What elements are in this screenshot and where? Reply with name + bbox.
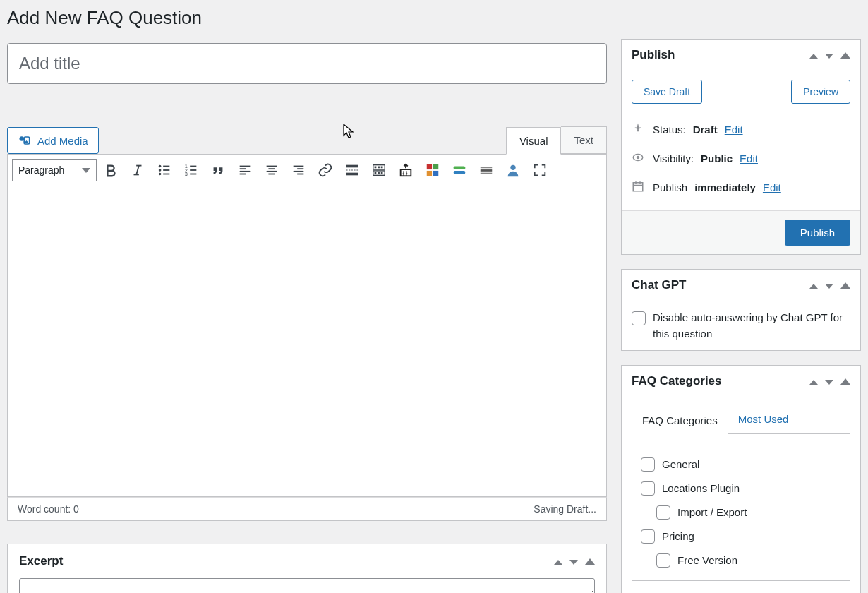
tab-most-used[interactable]: Most Used	[728, 406, 799, 433]
save-status: Saving Draft...	[534, 503, 596, 515]
edit-visibility-link[interactable]: Edit	[740, 152, 758, 164]
svg-text:{ }: { }	[402, 169, 407, 176]
category-label: Locations Plugin	[662, 482, 740, 494]
tab-all-categories[interactable]: FAQ Categories	[632, 407, 728, 434]
ul-button[interactable]	[152, 159, 177, 181]
status-label: Status:	[653, 124, 686, 136]
category-label: Import / Export	[677, 506, 747, 518]
svg-rect-54	[633, 183, 643, 191]
svg-rect-1	[24, 137, 29, 144]
category-label: Pricing	[662, 530, 694, 542]
page-heading: Add New FAQ Question	[7, 7, 607, 29]
category-item: Free Version	[641, 548, 841, 572]
svg-rect-45	[433, 171, 438, 176]
svg-rect-43	[433, 164, 438, 169]
categories-panel-title: FAQ Categories	[632, 374, 722, 388]
move-up-icon[interactable]	[809, 376, 818, 387]
svg-point-53	[637, 156, 640, 160]
word-count: Word count: 0	[18, 503, 79, 515]
svg-rect-35	[381, 167, 383, 169]
svg-text:3: 3	[185, 171, 188, 177]
category-checkbox[interactable]	[641, 457, 655, 472]
category-item: Locations Plugin	[641, 476, 841, 500]
svg-rect-31	[346, 173, 358, 176]
svg-point-51	[510, 165, 515, 170]
edit-schedule-link[interactable]: Edit	[763, 181, 781, 193]
save-draft-button[interactable]: Save Draft	[632, 80, 702, 104]
move-down-icon[interactable]	[825, 49, 833, 61]
category-checkbox[interactable]	[656, 553, 670, 568]
link-button[interactable]	[313, 159, 338, 181]
category-checkbox[interactable]	[656, 505, 670, 520]
category-label: Free Version	[677, 554, 737, 566]
ol-button[interactable]: 123	[179, 159, 204, 181]
columns-button[interactable]	[447, 159, 472, 181]
move-down-icon[interactable]	[569, 556, 578, 567]
move-up-icon[interactable]	[809, 49, 818, 61]
move-down-icon[interactable]	[825, 280, 833, 291]
disable-chatgpt-label: Disable auto-answering by Chat GPT for t…	[653, 310, 850, 342]
publish-panel-title: Publish	[632, 48, 675, 62]
align-center-button[interactable]	[259, 159, 284, 181]
italic-button[interactable]	[125, 159, 150, 181]
svg-point-7	[159, 173, 162, 176]
category-item: General	[641, 452, 841, 476]
svg-point-5	[159, 165, 162, 168]
code-block-button[interactable]: { }	[393, 159, 418, 181]
toggle-panel-icon[interactable]	[585, 556, 595, 567]
bold-button[interactable]	[98, 159, 123, 181]
move-up-icon[interactable]	[554, 556, 562, 567]
svg-rect-34	[378, 167, 380, 169]
excerpt-textarea[interactable]	[19, 578, 595, 593]
media-icon	[18, 133, 32, 148]
shortcodes-button[interactable]	[420, 159, 445, 181]
chatgpt-panel-title: Chat GPT	[632, 278, 686, 292]
disable-chatgpt-checkbox[interactable]	[632, 311, 646, 325]
svg-point-6	[159, 169, 162, 172]
status-value: Draft	[693, 124, 718, 136]
add-media-button[interactable]: Add Media	[7, 127, 99, 154]
visibility-label: Visibility:	[653, 152, 694, 164]
svg-point-0	[20, 136, 25, 141]
toolbar-toggle-button[interactable]	[366, 159, 392, 181]
move-up-icon[interactable]	[809, 280, 818, 291]
visibility-value: Public	[701, 152, 733, 164]
svg-rect-39	[381, 172, 383, 174]
svg-rect-46	[454, 167, 466, 170]
toggle-panel-icon[interactable]	[840, 280, 850, 291]
svg-rect-49	[481, 169, 493, 172]
blockquote-button[interactable]	[205, 159, 231, 181]
toggle-panel-icon[interactable]	[840, 376, 850, 387]
svg-rect-47	[454, 171, 466, 174]
toggle-panel-icon[interactable]	[840, 49, 850, 61]
user-button[interactable]	[500, 159, 526, 181]
align-left-button[interactable]	[232, 159, 258, 181]
editor-content-area[interactable]	[7, 186, 607, 497]
visibility-icon	[632, 151, 646, 166]
category-label: General	[662, 458, 699, 470]
hr-button[interactable]	[474, 159, 499, 181]
tab-visual[interactable]: Visual	[506, 127, 562, 155]
tab-text[interactable]: Text	[561, 126, 607, 154]
svg-rect-44	[427, 171, 432, 176]
read-more-button[interactable]	[339, 159, 365, 181]
excerpt-title: Excerpt	[19, 554, 63, 568]
schedule-label: Publish	[653, 181, 687, 193]
edit-status-link[interactable]: Edit	[725, 124, 743, 136]
format-select-label: Paragraph	[18, 164, 64, 176]
add-media-label: Add Media	[37, 135, 88, 147]
category-item: Import / Export	[641, 500, 841, 524]
post-title-input[interactable]	[7, 43, 607, 84]
fullscreen-button[interactable]	[527, 159, 553, 181]
format-select[interactable]: Paragraph	[12, 159, 97, 181]
publish-button[interactable]: Publish	[785, 220, 850, 246]
move-down-icon[interactable]	[825, 376, 833, 387]
svg-rect-38	[378, 172, 380, 174]
category-item: Pricing	[641, 524, 841, 548]
svg-rect-42	[427, 164, 432, 169]
category-checkbox[interactable]	[641, 481, 655, 496]
svg-line-4	[136, 166, 139, 175]
preview-button[interactable]: Preview	[791, 80, 850, 104]
align-right-button[interactable]	[286, 159, 311, 181]
category-checkbox[interactable]	[641, 529, 655, 544]
